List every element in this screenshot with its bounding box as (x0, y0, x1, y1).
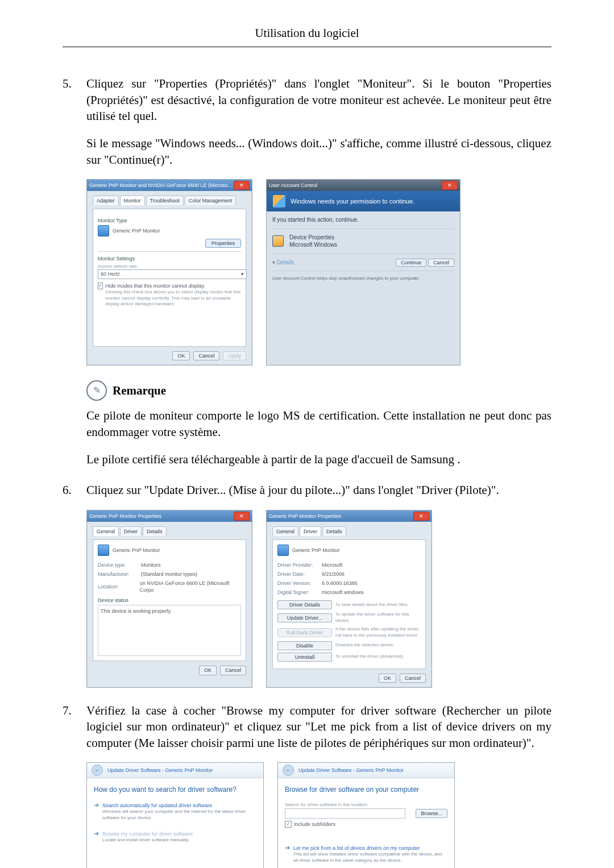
refresh-label: Screen refresh rate: (98, 264, 241, 270)
wizard-heading-1: How do you want to search for driver sof… (94, 785, 256, 794)
val-manufacturer: (Standard monitor types) (141, 571, 197, 578)
opt-search-auto[interactable]: ➔ Search automatically for updated drive… (94, 802, 256, 821)
update-driver-wizard-2: ← Update Driver Software - Generic PnP M… (277, 762, 455, 868)
note-para-2: Le pilote certifié sera téléchargeable à… (86, 451, 551, 467)
include-subfolders-checkbox[interactable]: ✓ (285, 821, 292, 828)
monprop-title-2: Generic PnP Monitor Properties (269, 513, 413, 520)
tab-driver[interactable]: Driver (120, 526, 142, 536)
refresh-select[interactable]: 60 Hertz ▾ (98, 269, 247, 279)
search-location-label: Search for driver software in this locat… (285, 802, 447, 808)
step-number-7: 7. (63, 703, 78, 719)
cancel-button[interactable]: Cancel (193, 351, 219, 360)
monprop-title: Generic PnP Monitor Properties (89, 513, 234, 520)
tab-adapter[interactable]: Adapter (93, 196, 119, 205)
browse-button[interactable]: Browse... (416, 809, 447, 818)
hide-modes-desc: Clearing this check box allows you to se… (105, 289, 241, 308)
tab-colormgmt[interactable]: Color Management (185, 196, 237, 205)
opt-search-auto-desc: Windows will search your computer and th… (102, 809, 256, 821)
properties-button[interactable]: Properties (205, 239, 241, 248)
uac-program: Device Properties (289, 234, 337, 242)
step-5-para-2: Si le message "Windows needs... (Windows… (86, 135, 551, 168)
arrow-icon: ➔ (285, 845, 290, 864)
close-icon[interactable]: ✕ (442, 181, 458, 190)
disable-button[interactable]: Disable (277, 641, 332, 650)
monitor-icon (277, 545, 289, 556)
opt-browse-computer-desc: Locate and install driver software manua… (102, 837, 193, 844)
page-title: Utilisation du logiciel (63, 25, 551, 41)
opt-let-me-pick-desc: This list will show installed driver sof… (293, 852, 447, 864)
opt-browse-computer-title: Browse my computer for driver software (102, 830, 193, 837)
lbl-location: Location: (98, 583, 136, 590)
back-icon[interactable]: ← (283, 765, 294, 776)
opt-let-me-pick[interactable]: ➔ Let me pick from a list of device driv… (285, 845, 447, 864)
tab-monitor[interactable]: Monitor (120, 196, 145, 205)
cancel-button[interactable]: Cancel (400, 674, 426, 683)
cancel-button[interactable]: Cancel (220, 666, 246, 675)
continue-button[interactable]: Continue (396, 259, 426, 267)
note-para-1: Ce pilote de moniteur comporte le logo M… (86, 408, 551, 440)
wizard-breadcrumb: Update Driver Software - Generic PnP Mon… (298, 767, 404, 774)
cancel-button[interactable]: Cancel (428, 259, 454, 267)
val-version: 6.0.6000.16386 (322, 580, 358, 587)
apply-button: Apply (223, 351, 246, 360)
hide-modes-checkbox[interactable]: ✓ (98, 283, 103, 289)
lbl-manufacturer: Manufacturer: (98, 571, 138, 578)
device-status-text: This device is working properly. (101, 608, 172, 614)
lbl-version: Driver Version: (277, 580, 318, 587)
monprop-name: Generic PnP Monitor (113, 547, 160, 554)
close-icon[interactable]: ✕ (413, 512, 429, 521)
tab-troubleshoot[interactable]: Troubleshoot (146, 196, 184, 205)
val-location: on NVIDIA GeForce 6600 LE (Microsoft Cor… (140, 580, 241, 593)
tab-general[interactable]: General (272, 526, 298, 536)
val-devicetype: Monitors (141, 562, 161, 568)
tab-details[interactable]: Details (143, 526, 167, 536)
monitor-tabs: Adapter Monitor Troubleshoot Color Manag… (93, 196, 246, 205)
ok-button[interactable]: OK (379, 674, 396, 683)
opt-search-auto-title: Search automatically for updated driver … (102, 802, 256, 809)
driver-details-button[interactable]: Driver Details (277, 600, 332, 609)
close-icon[interactable]: ✕ (234, 181, 250, 190)
monitor-window-title: Generic PnP Monitor and NVIDIA GeForce 6… (89, 182, 234, 189)
rollback-driver-button: Roll Back Driver (277, 628, 332, 637)
close-icon[interactable]: ✕ (234, 512, 250, 521)
arrow-icon: ➔ (94, 802, 99, 821)
arrow-icon: ➔ (94, 830, 99, 844)
drvprop-name: Generic PnP Monitor (292, 547, 339, 554)
tab-general[interactable]: General (93, 526, 119, 536)
tab-details[interactable]: Details (322, 526, 346, 536)
lbl-provider: Driver Provider: (277, 562, 318, 568)
step-number-5: 5. (63, 76, 78, 92)
ok-button[interactable]: OK (199, 666, 217, 675)
monitor-type-value: Generic PnP Monitor (113, 227, 160, 234)
monitor-settings-window: Generic PnP Monitor and NVIDIA GeForce 6… (86, 179, 252, 366)
tab-driver[interactable]: Driver (300, 526, 321, 536)
back-icon[interactable]: ← (92, 765, 103, 776)
step-7-para: Vérifiez la case à cocher "Browse my com… (86, 703, 551, 751)
monitor-properties-general-window: Generic PnP Monitor Properties ✕ General… (86, 510, 252, 688)
step-number-6: 6. (63, 482, 78, 498)
uac-publisher: Microsoft Windows (289, 241, 337, 249)
path-input[interactable] (285, 808, 405, 819)
uac-footnote: User Account Control helps stop unauthor… (272, 276, 454, 282)
uac-headline: Windows needs your permission to continu… (291, 197, 414, 206)
monitor-icon (98, 225, 109, 236)
monitor-type-label: Monitor Type (98, 217, 241, 224)
include-subfolders-label: Include subfolders (294, 821, 335, 828)
program-icon (272, 235, 284, 247)
ok-button[interactable]: OK (172, 351, 190, 360)
uac-window: User Account Control ✕ Windows needs you… (266, 179, 460, 366)
driver-details-desc: To view details about the driver files. (335, 602, 421, 608)
monitor-icon (98, 545, 109, 556)
disable-desc: Disables the selected device. (335, 642, 421, 649)
monitor-properties-driver-window: Generic PnP Monitor Properties ✕ General… (266, 510, 432, 688)
update-driver-wizard-1: ← Update Driver Software - Generic PnP M… (86, 762, 264, 868)
val-signer: microsoft windows (322, 589, 364, 596)
opt-browse-computer[interactable]: ➔ Browse my computer for driver software… (94, 830, 256, 844)
uninstall-button[interactable]: Uninstall (277, 653, 332, 662)
update-driver-desc: To update the driver software for this d… (335, 612, 421, 624)
monitor-settings-label: Monitor Settings (98, 255, 241, 262)
update-driver-button[interactable]: Update Driver... (277, 613, 332, 622)
uac-details-toggle[interactable]: Details (277, 259, 294, 265)
lbl-signer: Digital Signer: (277, 589, 318, 596)
device-status-label: Device status (98, 597, 241, 604)
